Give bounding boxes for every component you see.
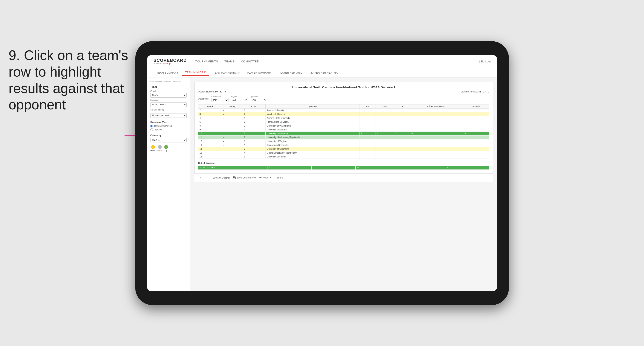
col-diff: Diff Av Strokes/Rnd <box>409 104 463 108</box>
tab-player-summary[interactable]: PLAYER SUMMARY <box>244 70 275 75</box>
out-of-division-header: Out of division <box>198 162 489 164</box>
watch-btn[interactable]: 👁 Watch ▾ <box>260 176 271 179</box>
col-win: Win <box>359 104 376 108</box>
bottom-toolbar: ↩ ↪ | 🖥 View: Original 💾 Save Custom Vie… <box>194 173 493 182</box>
legend-level-dot <box>158 145 162 149</box>
last-updated: Last Updated: 27/03/2024 16:55:38 <box>150 81 186 83</box>
report-records: Overall Record: 89 - 17 - 0 Division Rec… <box>198 90 489 93</box>
overall-record: Overall Record: 89 - 17 - 0 <box>198 90 226 93</box>
nav-links: TOURNAMENTS TEAMS COMMITTEE <box>195 59 479 64</box>
radio-opponents-played[interactable]: Opponents Played <box>150 125 186 127</box>
table-row[interactable]: 9-3 University of Arizona <box>198 128 489 132</box>
h2h-table: # Rank # Reg # Conf Opponent Win Loss Ti… <box>198 104 489 159</box>
view-original-btn[interactable]: 🖥 View: Original <box>212 177 230 179</box>
logo-brand: clippi <box>166 62 171 65</box>
legend-down-dot <box>151 145 155 149</box>
out-of-division-table: NCAA Division II 1 0 0 26.00 3 <box>198 166 489 170</box>
table-row[interactable]: 6-2 Florida State University <box>198 120 489 124</box>
redo-btn[interactable]: ↪ <box>204 176 206 179</box>
nav-tournaments[interactable]: TOURNAMENTS <box>195 59 218 64</box>
report-card: University of North Carolina Head-to-Hea… <box>194 82 493 173</box>
region-filter: Region (All) <box>231 95 248 102</box>
nav-teams[interactable]: TEAMS <box>224 59 234 64</box>
data-area: University of North Carolina Head-to-Hea… <box>190 77 497 291</box>
undo-btn[interactable]: ↩ <box>199 176 200 179</box>
team-section-title: Team <box>150 85 186 88</box>
col-rank: # Rank <box>198 104 222 108</box>
col-rounds: Rounds <box>463 104 489 108</box>
tablet-shell: SCOREBOARD Powered by clippi TOURNAMENTS… <box>135 41 509 305</box>
col-opponent: Opponent <box>266 104 359 108</box>
conference-filter: Conference (All) <box>211 95 228 102</box>
table-row[interactable]: 14-2 University of Oklahoma <box>198 147 489 151</box>
report-title: University of North Carolina Head-to-Hea… <box>198 85 489 89</box>
share-btn[interactable]: ⬆ Share <box>274 176 283 179</box>
conference-select[interactable]: (All) <box>211 98 228 102</box>
table-row[interactable]: 16-3 University of Florida <box>198 155 489 159</box>
opponent-select[interactable]: (All) <box>250 98 267 102</box>
step-number: 9. <box>8 48 20 63</box>
gender-select[interactable]: Men's Women's <box>150 93 186 98</box>
nav-right: | Sign out <box>479 60 491 63</box>
save-custom-view-btn[interactable]: 💾 Save Custom View <box>233 176 256 179</box>
opponent-filter: Opponent (All) <box>250 95 267 102</box>
col-loss: Loss <box>376 104 395 108</box>
tablet-screen: SCOREBOARD Powered by clippi TOURNAMENTS… <box>147 55 497 291</box>
col-conf: # Conf <box>243 104 266 108</box>
legend-up-label: Up <box>165 149 168 152</box>
radio-top100[interactable]: Top 100 <box>150 128 186 131</box>
table-row-highlighted[interactable]: 10 - 5 University of Alabama 3 0 0 2.61 … <box>198 132 489 136</box>
legend-down: Down <box>150 145 155 152</box>
table-row[interactable]: 2-1 Auburn University <box>198 108 489 112</box>
region-select[interactable]: (All) <box>231 98 248 102</box>
table-row[interactable]: 8-2 University of Washington <box>198 124 489 128</box>
conference-label: Conference <box>211 95 228 98</box>
table-row[interactable]: 11-6 University of Arkansas, Fayettevill… <box>198 136 489 139</box>
table-row[interactable]: 3-2 Vanderbilt University <box>198 112 489 116</box>
table-row[interactable]: 12-3 University of Virginia <box>198 139 489 143</box>
table-row[interactable]: 15-4 Georgia Institute of Technology <box>198 151 489 155</box>
sign-out-link[interactable]: Sign out <box>480 60 491 63</box>
top-nav: SCOREBOARD Powered by clippi TOURNAMENTS… <box>147 55 497 68</box>
logo-scoreboard: SCOREBOARD <box>154 58 186 62</box>
school-select[interactable]: University of Nort... <box>150 113 186 118</box>
tab-player-h2h-grid[interactable]: PLAYER H2H GRID <box>276 70 306 75</box>
colour-by-select[interactable]: Win/loss <box>150 138 186 142</box>
opponent-view-title: Opponent View <box>150 121 186 123</box>
tab-team-h2h-grid[interactable]: TEAM H2H GRID <box>182 70 209 76</box>
legend: Down Level Up <box>150 145 186 152</box>
instruction-body: Click on a team's row to highlight resul… <box>8 48 128 112</box>
legend-level-label: Level <box>158 149 162 152</box>
colour-by-label: Colour by <box>150 134 186 137</box>
instruction-text: 9. Click on a team's row to highlight re… <box>8 47 133 113</box>
legend-up-dot <box>164 145 168 149</box>
table-row[interactable]: 13-1 Texas Tech University <box>198 143 489 147</box>
nav-committee[interactable]: COMMITTEE <box>241 59 259 64</box>
school-label: School (Rank) <box>150 108 186 111</box>
sub-nav: TEAM SUMMARY TEAM H2H GRID TEAM H2H HEAT… <box>147 68 497 77</box>
tab-player-h2h-heatmap[interactable]: PLAYER H2H HEATMAP <box>306 70 342 75</box>
tab-team-h2h-heatmap[interactable]: TEAM H2H HEATMAP <box>210 70 243 75</box>
sidebar-panel: Last Updated: 27/03/2024 16:55:38 Team G… <box>147 77 190 291</box>
legend-down-label: Down <box>150 149 155 152</box>
division-label: Division <box>150 99 186 102</box>
out-of-division-row[interactable]: NCAA Division II 1 0 0 26.00 3 <box>198 166 489 170</box>
filter-row: Opponents: Conference (All) Region (All) <box>198 95 489 102</box>
gender-label: Gender <box>150 90 186 92</box>
opponents-filter-label: Opponents: <box>198 98 209 100</box>
tab-team-summary[interactable]: TEAM SUMMARY <box>154 70 181 75</box>
region-label: Region <box>231 95 248 98</box>
legend-up: Up <box>164 145 168 152</box>
main-content: Last Updated: 27/03/2024 16:55:38 Team G… <box>147 77 497 291</box>
logo-area: SCOREBOARD Powered by clippi <box>154 58 186 65</box>
division-select[interactable]: NCAA Division I NCAA Division II NCAA Di… <box>150 102 186 107</box>
col-reg: # Reg <box>222 104 243 108</box>
division-record: Division Record: 88 - 17 - 0 <box>460 90 489 93</box>
opponent-filter-label: Opponent <box>250 95 267 98</box>
legend-level: Level <box>158 145 162 152</box>
col-tie: Tie <box>395 104 409 108</box>
table-row[interactable]: 4-1 Arizona State University <box>198 116 489 120</box>
logo-powered: Powered by clippi <box>154 62 186 65</box>
